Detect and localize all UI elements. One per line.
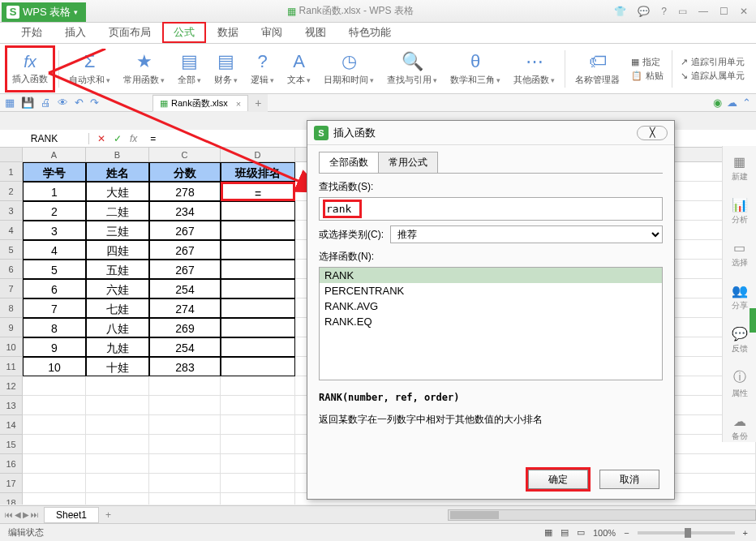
cell-name[interactable]: 二娃 [86, 201, 149, 221]
cell-rank[interactable] [221, 357, 295, 376]
cell[interactable] [86, 376, 149, 396]
cell-id[interactable]: 4 [23, 240, 86, 260]
menu-view[interactable]: 视图 [294, 22, 337, 43]
row-header[interactable]: 2 [0, 182, 23, 201]
list-item-rankavg[interactable]: RANK.AVG [320, 298, 662, 314]
sheet-prev-icon[interactable]: ◀ [15, 510, 21, 519]
app-logo[interactable]: S WPS 表格 ▾ [2, 2, 86, 22]
cell-rank[interactable] [221, 201, 295, 221]
menu-special[interactable]: 特色功能 [337, 22, 402, 43]
qa-cloud-icon[interactable]: ◉ [713, 97, 722, 109]
cell-name[interactable]: 五娃 [86, 260, 149, 279]
header-cell[interactable]: 学号 [23, 162, 86, 182]
list-item-rankeq[interactable]: RANK.EQ [320, 314, 662, 329]
sidebar-analyze[interactable]: 📊分析 [732, 197, 748, 225]
maximize-icon[interactable]: ☐ [719, 6, 728, 17]
qa-save-icon[interactable]: 💾 [21, 97, 34, 109]
cell[interactable] [221, 376, 295, 396]
cell[interactable] [149, 493, 221, 505]
row-header[interactable]: 10 [0, 337, 23, 357]
cell-id[interactable]: 9 [23, 337, 86, 357]
cell-name[interactable]: 九娃 [86, 337, 149, 357]
header-cell[interactable]: 姓名 [86, 162, 149, 182]
cell-id[interactable]: 7 [23, 298, 86, 318]
header-cell[interactable]: 分数 [149, 162, 221, 182]
finance-button[interactable]: ▤财务▾ [208, 45, 244, 92]
zoom-out-icon[interactable]: − [624, 528, 629, 538]
cell-id[interactable]: 2 [23, 201, 86, 221]
view-normal-icon[interactable]: ▦ [544, 527, 552, 538]
menu-insert[interactable]: 插入 [54, 22, 97, 43]
cell[interactable] [221, 454, 295, 474]
category-select[interactable]: 推荐 [390, 225, 663, 243]
dialog-tab-all[interactable]: 全部函数 [319, 152, 379, 173]
cell-name[interactable]: 八娃 [86, 318, 149, 337]
cell[interactable] [221, 435, 295, 454]
cell[interactable] [149, 376, 221, 396]
cell[interactable] [23, 474, 86, 493]
cell[interactable] [23, 493, 86, 505]
cell[interactable] [23, 376, 86, 396]
view-break-icon[interactable]: ▭ [577, 527, 585, 538]
cell[interactable] [23, 454, 86, 474]
cell-score[interactable]: 278 [149, 182, 221, 201]
cell-score[interactable]: 254 [149, 337, 221, 357]
all-fn-button[interactable]: ▤全部▾ [171, 45, 208, 92]
minimize-icon[interactable]: — [698, 6, 708, 17]
cell-score[interactable]: 234 [149, 201, 221, 221]
cell-name[interactable]: 七娃 [86, 298, 149, 318]
zoom-label[interactable]: 100% [593, 528, 616, 538]
row-header[interactable]: 3 [0, 201, 23, 221]
sheet-last-icon[interactable]: ⏭ [31, 510, 39, 519]
autosum-button[interactable]: Σ自动求和▾ [62, 45, 117, 92]
dialog-titlebar[interactable]: S 插入函数 ╳ [307, 121, 674, 145]
cell[interactable] [23, 415, 86, 435]
cell-score[interactable]: 254 [149, 279, 221, 298]
trace-dep-button[interactable]: ↘追踪从属单元 [681, 70, 745, 82]
cell-id[interactable]: 5 [23, 260, 86, 279]
trace-ref-button[interactable]: ↗追踪引用单元 [681, 56, 745, 68]
cell-score[interactable]: 267 [149, 260, 221, 279]
icon-chat[interactable]: 💬 [638, 6, 650, 17]
qa-min-icon[interactable]: ⌃ [742, 97, 751, 109]
cell-score[interactable]: 274 [149, 298, 221, 318]
row-header[interactable]: 14 [0, 415, 23, 435]
sheet-first-icon[interactable]: ⏮ [5, 510, 13, 519]
math-button[interactable]: θ数学和三角▾ [444, 45, 507, 92]
sheet-tab-1[interactable]: Sheet1 [44, 507, 99, 523]
view-page-icon[interactable]: ▤ [561, 527, 569, 538]
doc-tab-add[interactable]: + [248, 95, 268, 111]
cell[interactable] [86, 435, 149, 454]
cell-rank[interactable] [221, 240, 295, 260]
name-box[interactable]: RANK [0, 133, 89, 144]
row-header[interactable]: 15 [0, 435, 23, 454]
cell[interactable] [86, 454, 149, 474]
cell[interactable] [86, 493, 149, 505]
cell-name[interactable]: 十娃 [86, 357, 149, 376]
col-header-c[interactable]: C [149, 148, 221, 161]
cancel-button[interactable]: 取消 [599, 470, 659, 489]
ok-button[interactable]: 确定 [528, 470, 588, 489]
search-input[interactable] [326, 203, 359, 215]
name-manager-button[interactable]: 🏷名称管理器 [569, 45, 626, 92]
other-fn-button[interactable]: ⋯其他函数▾ [507, 45, 561, 92]
sidebar-props[interactable]: ⓘ属性 [732, 369, 748, 399]
row-header[interactable]: 9 [0, 318, 23, 337]
cell[interactable] [221, 493, 295, 505]
icon-shirt[interactable]: 👕 [614, 6, 626, 17]
cell[interactable] [86, 396, 149, 415]
horizontal-scrollbar[interactable] [448, 509, 756, 521]
cell[interactable] [149, 435, 221, 454]
cell-name[interactable]: 三娃 [86, 221, 149, 240]
list-item-percentrank[interactable]: PERCENTRANK [320, 283, 662, 298]
qa-preview-icon[interactable]: 👁 [58, 97, 68, 109]
cell[interactable] [23, 396, 86, 415]
sidebar-select[interactable]: ▭选择 [732, 240, 748, 268]
list-item-rank[interactable]: RANK [320, 268, 662, 283]
zoom-slider[interactable] [638, 531, 735, 535]
cell-name[interactable]: 大娃 [86, 182, 149, 201]
cell[interactable] [86, 415, 149, 435]
row-header[interactable]: 7 [0, 279, 23, 298]
lookup-button[interactable]: 🔍查找与引用▾ [380, 45, 444, 92]
header-cell[interactable]: 班级排名 [221, 162, 295, 182]
